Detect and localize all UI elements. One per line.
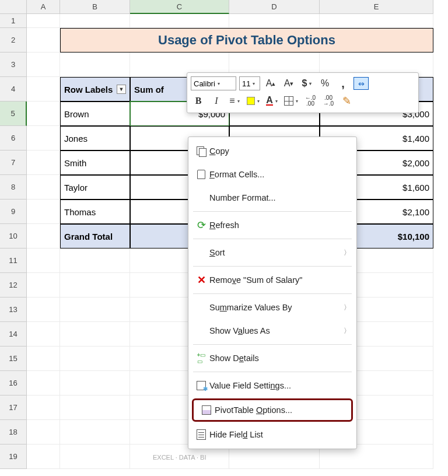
grow-font-button[interactable]: A▴ [263,76,278,91]
font-name-combo[interactable]: Calibri▾ [191,76,236,90]
row-header-14[interactable]: 14 [0,322,27,346]
ctx-pivot-options-label: PivotTable Options... [215,405,345,415]
fill-color-button[interactable]: ▾ [245,93,261,108]
border-icon [284,96,293,106]
mini-toolbar: Calibri▾ 11▾ A▴ A▾ $▾ % , ⇔ B I ≡▾ ▾ A▾ … [187,72,419,113]
context-menu: Copy Format Cells... Number Format... ⟳ … [188,136,357,449]
ctx-remove-label: Remove "Sum of Salary" [209,275,351,285]
percent-format-button[interactable]: % [317,76,332,91]
remove-icon: ✕ [193,273,209,287]
grand-total-label[interactable]: Grand Total [60,224,130,249]
field-list-icon [193,428,209,442]
submenu-arrow-icon: 〉 [344,326,351,336]
ctx-hide-list-label: Hide Field List [209,430,351,439]
row-header-9[interactable]: 9 [0,200,27,224]
align-button[interactable]: ≡▾ [227,93,242,108]
accounting-format-button[interactable]: $▾ [299,76,314,91]
row-header-12[interactable]: 12 [0,273,27,298]
col-header-d[interactable]: D [229,0,320,14]
row-thomas-name[interactable]: Thomas [60,200,130,224]
expand-icon: +▭▭ [193,351,209,365]
ctx-pivottable-options[interactable]: PivotTable Options... [192,398,353,422]
row-jones-name[interactable]: Jones [60,126,130,150]
row-header-8[interactable]: 8 [0,175,27,200]
row-brown-name[interactable]: Brown [60,102,130,126]
row-header-6[interactable]: 6 [0,126,27,150]
ctx-sort[interactable]: Sort 〉 [188,241,356,264]
row-smith-name[interactable]: Smith [60,150,130,175]
ctx-remove[interactable]: ✕ Remove "Sum of Salary" [188,268,356,292]
col-header-e[interactable]: E [320,0,433,14]
row-header-11[interactable]: 11 [0,249,27,273]
row-header-10[interactable]: 10 [0,224,27,249]
ctx-summarize-label: Summarize Values By [209,303,344,312]
submenu-arrow-icon: 〉 [344,303,351,313]
ctx-value-field-settings[interactable]: Value Field Settings... [188,374,356,397]
decrease-decimal-button[interactable]: .00→.0 [321,93,336,108]
row-header-13[interactable]: 13 [0,298,27,322]
ctx-number-format[interactable]: Number Format... [188,186,356,209]
ctx-refresh[interactable]: ⟳ Refresh [188,214,356,237]
select-all-corner[interactable] [0,0,27,14]
ctx-separator [193,266,352,267]
format-cells-icon [193,167,209,181]
column-headers: A B C D E [0,0,448,14]
ctx-separator [193,211,352,212]
increase-decimal-button[interactable]: ←.0.00 [303,93,318,108]
row-header-18[interactable]: 18 [0,420,27,444]
ctx-copy[interactable]: Copy [188,139,356,163]
ctx-copy-label: Copy [209,146,351,156]
ctx-show-values[interactable]: Show Values As 〉 [188,319,356,342]
ctx-separator [193,293,352,294]
ctx-separator [193,239,352,239]
filter-dropdown-icon[interactable]: ▼ [117,85,126,94]
row-header-1[interactable]: 1 [0,14,27,28]
ctx-number-format-label: Number Format... [209,193,351,202]
ctx-hide-field-list[interactable]: Hide Field List [188,423,356,446]
ctx-show-details-label: Show Details [209,354,351,363]
ctx-separator [193,344,352,345]
field-settings-icon [193,379,209,393]
bold-button[interactable]: B [191,93,206,108]
ctx-show-values-label: Show Values As [209,326,344,335]
title-cell[interactable]: Usage of Pivot Table Options [60,28,433,52]
row-header-3[interactable]: 3 [0,52,27,77]
refresh-icon: ⟳ [193,218,209,232]
shrink-font-button[interactable]: A▾ [281,76,296,91]
row-header-4[interactable]: 4 [0,77,27,102]
comma-format-button[interactable]: , [335,76,351,91]
borders-button[interactable]: ▾ [282,93,300,108]
ctx-format-cells[interactable]: Format Cells... [188,163,356,186]
row-taylor-name[interactable]: Taylor [60,175,130,200]
copy-icon [193,144,209,158]
font-size-combo[interactable]: 11▾ [239,76,260,90]
ctx-summarize[interactable]: Summarize Values By 〉 [188,296,356,319]
merge-center-button[interactable]: ⇔ [354,77,369,90]
col-header-b[interactable]: B [60,0,130,14]
ctx-separator [193,372,352,372]
ctx-value-field-label: Value Field Settings... [209,381,351,390]
font-color-button[interactable]: A▾ [264,93,279,108]
col-header-a[interactable]: A [27,0,60,14]
ctx-sort-label: Sort [209,248,344,257]
row-header-2[interactable]: 2 [0,28,27,52]
ctx-show-details[interactable]: +▭▭ Show Details [188,346,356,370]
row-header-16[interactable]: 16 [0,371,27,396]
italic-button[interactable]: I [209,93,224,108]
row-header-17[interactable]: 17 [0,396,27,420]
watermark-text: EXCEL · DATA · BI [153,454,206,461]
row-header-19[interactable]: 19 [0,444,27,469]
row-header-7[interactable]: 7 [0,150,27,175]
pivot-header-rowlabels[interactable]: Row Labels ▼ [60,77,130,102]
ctx-format-cells-label: Format Cells... [209,170,351,179]
ctx-refresh-label: Refresh [209,220,351,230]
submenu-arrow-icon: 〉 [344,248,351,258]
format-painter-button[interactable]: ✎ [339,93,354,108]
row-header-15[interactable]: 15 [0,346,27,371]
pivottable-icon [198,403,215,417]
row-labels-text: Row Labels [64,85,113,94]
row-header-5[interactable]: 5 [0,102,27,126]
col-header-c[interactable]: C [130,0,229,14]
